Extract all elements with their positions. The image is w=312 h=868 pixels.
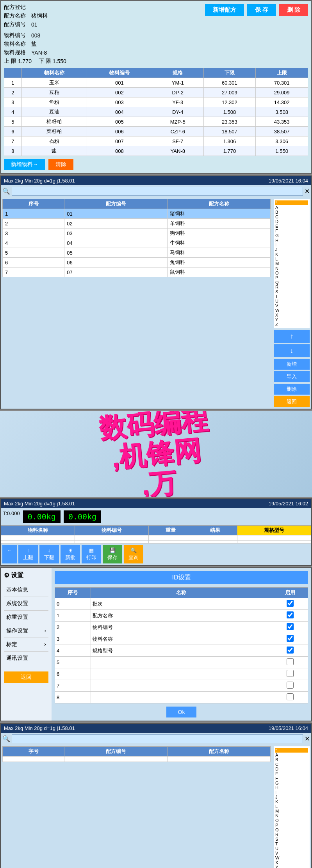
alpha-W2[interactable]: W (275, 856, 308, 860)
alpha-P[interactable]: P (275, 275, 308, 280)
toolbar-print-button[interactable]: ▦ 打印 (82, 545, 101, 563)
alpha-G2[interactable]: G (275, 781, 308, 785)
alpha-J[interactable]: J (275, 247, 308, 252)
back-button-sec2[interactable]: 返回 (274, 396, 310, 407)
alpha-K[interactable]: K (275, 252, 308, 257)
search-input[interactable] (12, 187, 303, 196)
alpha-V2[interactable]: V (275, 851, 308, 856)
id-row-enable[interactable] (272, 633, 308, 645)
alpha-P2[interactable]: P (275, 823, 308, 827)
settings-back-button[interactable]: 返回 (4, 671, 48, 683)
alpha-J2[interactable]: J (275, 795, 308, 799)
alpha-Y[interactable]: Y (275, 317, 308, 322)
alpha-C2[interactable]: C (275, 762, 308, 767)
alpha-X[interactable]: X (275, 313, 308, 317)
id-name-input[interactable] (93, 683, 270, 689)
list-item[interactable]: 6 06 兔饲料 (3, 258, 271, 267)
close-icon[interactable]: ✕ (305, 188, 310, 195)
id-row-enable[interactable] (272, 645, 308, 657)
alpha-D[interactable]: D (275, 219, 308, 224)
id-row-name[interactable] (91, 622, 272, 633)
list-item[interactable] (3, 756, 271, 759)
alpha-N[interactable]: N (275, 266, 308, 271)
alpha-S[interactable]: S (275, 289, 308, 294)
alpha-E2[interactable]: E (275, 771, 308, 776)
toolbar-query-button[interactable]: 🔍 查询 (124, 545, 143, 563)
alpha-T[interactable]: T (275, 294, 308, 299)
alpha-O2[interactable]: O (275, 818, 308, 823)
alpha-D2[interactable]: D (275, 767, 308, 771)
alpha-I[interactable]: I (275, 243, 308, 247)
alpha-Y2[interactable]: Y (275, 865, 308, 868)
toolbar-back-button[interactable]: ← (2, 545, 17, 563)
list-item[interactable]: 5 05 马饲料 (3, 248, 271, 258)
id-enable-checkbox[interactable] (287, 682, 294, 689)
id-row-name[interactable] (91, 598, 272, 610)
alpha-star[interactable]: * (275, 200, 308, 205)
id-enable-checkbox[interactable] (287, 658, 294, 665)
import-button[interactable]: 导入 (274, 371, 310, 382)
toolbar-save-button[interactable]: 💾 保存 (103, 545, 122, 563)
alpha-star2[interactable]: * (275, 748, 308, 753)
id-name-input[interactable] (93, 636, 270, 642)
sidebar-item-basic-info[interactable]: 基本信息 (4, 583, 48, 597)
id-name-input[interactable] (93, 648, 270, 654)
id-row-enable[interactable] (272, 598, 308, 610)
id-name-input[interactable] (93, 671, 270, 677)
id-row-enable[interactable] (272, 622, 308, 633)
alpha-C[interactable]: C (275, 214, 308, 219)
id-row-name[interactable] (91, 610, 272, 622)
alpha-I2[interactable]: I (275, 790, 308, 795)
alpha-A[interactable]: A (275, 205, 308, 210)
alpha-N2[interactable]: N (275, 813, 308, 818)
alpha-B[interactable]: B (275, 210, 308, 214)
toolbar-new-batch-button[interactable]: ⊞ 新批 (61, 545, 80, 563)
id-enable-checkbox[interactable] (287, 600, 294, 607)
save-formula-button[interactable]: 保 存 (247, 4, 276, 16)
id-row-name[interactable] (91, 668, 272, 680)
alpha-F2[interactable]: F (275, 776, 308, 781)
delete-formula-button[interactable]: 删 除 (279, 4, 308, 16)
list-item[interactable] (3, 759, 271, 762)
id-enable-checkbox[interactable] (287, 635, 294, 642)
list-item[interactable]: 7 07 鼠饲料 (3, 267, 271, 277)
sec5-search-input[interactable] (12, 734, 303, 743)
alpha-V[interactable]: V (275, 303, 308, 308)
toolbar-up-button[interactable]: ↑ 上翻 (18, 545, 38, 563)
list-item[interactable]: 2 02 羊饲料 (3, 219, 271, 229)
alpha-E[interactable]: E (275, 224, 308, 229)
id-enable-checkbox[interactable] (287, 693, 294, 700)
id-enable-checkbox[interactable] (287, 647, 294, 654)
list-item[interactable]: 4 04 牛饲料 (3, 238, 271, 248)
alpha-U2[interactable]: U (275, 846, 308, 851)
alpha-H[interactable]: H (275, 238, 308, 243)
alpha-T2[interactable]: T (275, 841, 308, 846)
alpha-B2[interactable]: B (275, 757, 308, 762)
sidebar-item-comm-settings[interactable]: 通讯设置 (4, 652, 48, 665)
alpha-X2[interactable]: X (275, 860, 308, 865)
alpha-O[interactable]: O (275, 271, 308, 275)
alpha-Q[interactable]: Q (275, 280, 308, 285)
id-row-enable[interactable] (272, 610, 308, 622)
id-row-enable[interactable] (272, 680, 308, 692)
id-name-input[interactable] (93, 601, 270, 607)
alpha-Z[interactable]: Z (275, 322, 308, 327)
clear-button[interactable]: 清除 (48, 159, 73, 170)
id-name-input[interactable] (93, 624, 270, 630)
id-row-name[interactable] (91, 692, 272, 703)
list-item[interactable]: 1 01 猪饲料 (3, 209, 271, 219)
id-row-name[interactable] (91, 680, 272, 692)
id-row-enable[interactable] (272, 668, 308, 680)
alpha-U[interactable]: U (275, 299, 308, 303)
scroll-down-button[interactable]: ↓ (274, 344, 310, 357)
id-enable-checkbox[interactable] (287, 670, 294, 677)
alpha-K2[interactable]: K (275, 799, 308, 804)
new-formula-button[interactable]: 新增配方 (205, 4, 244, 16)
alpha-A2[interactable]: A (275, 753, 308, 757)
alpha-G[interactable]: G (275, 233, 308, 238)
close-icon2[interactable]: ✕ (305, 735, 310, 742)
alpha-M2[interactable]: M (275, 809, 308, 813)
ok-button[interactable]: Ok (166, 707, 197, 717)
sidebar-item-weighing-settings[interactable]: 称重设置 (4, 611, 48, 624)
alpha-R[interactable]: R (275, 285, 308, 289)
